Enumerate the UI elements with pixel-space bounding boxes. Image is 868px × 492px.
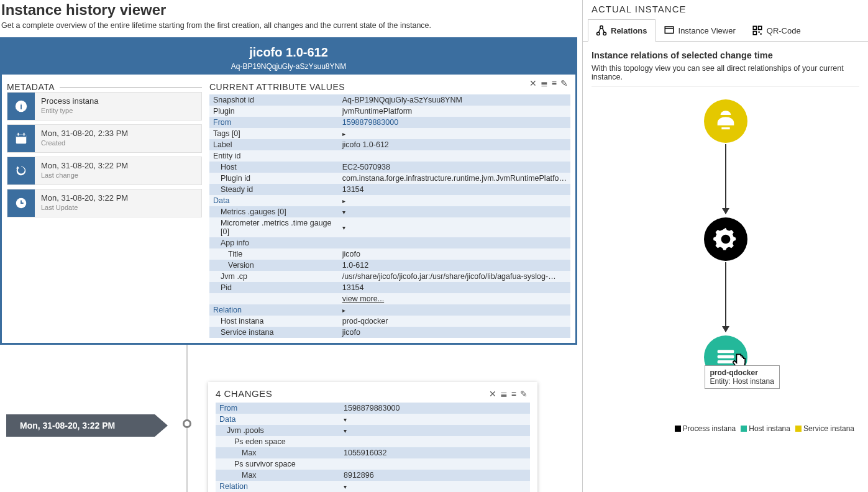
table-row: Max8912896: [216, 470, 530, 481]
tab-qr-label: QR-Code: [767, 26, 801, 35]
tab-qr[interactable]: QR-Code: [744, 19, 809, 41]
tab-instance-viewer[interactable]: Instance Viewer: [656, 19, 744, 41]
tabs: Relations Instance Viewer QR-Code: [583, 19, 868, 42]
table-row: PluginjvmRuntimePlatform: [209, 106, 570, 117]
attr-key: Label: [209, 139, 339, 150]
attr-value: 13154: [339, 282, 570, 293]
list-icon[interactable]: ≣: [500, 389, 508, 399]
attr-value: ▸: [339, 195, 570, 206]
meta-line1: Mon, 31-08-20, 3:22 PM: [41, 193, 128, 203]
list2-icon[interactable]: ≡: [511, 389, 516, 399]
attr-value: 1.0-612: [339, 260, 570, 271]
attr-key: [209, 293, 339, 304]
svg-rect-13: [753, 32, 756, 35]
svg-rect-12: [758, 26, 761, 29]
table-row: HostEC2-5070938: [209, 162, 570, 173]
tab-relations[interactable]: Relations: [588, 19, 656, 42]
attr-value: ▾: [339, 217, 570, 237]
tab-relations-label: Relations: [611, 26, 647, 35]
tab-viewer-label: Instance Viewer: [678, 26, 736, 35]
shuffle-icon[interactable]: ✕: [529, 78, 537, 88]
attr-value: 1055916032: [340, 447, 530, 458]
meta-line2: Last Update: [41, 204, 128, 211]
attr-value: 1598879883000: [339, 117, 570, 128]
attr-value: jvmRuntimePlatform: [339, 106, 570, 117]
table-row: Jvm .cp/usr/share/jicofo/jicofo.jar:/usr…: [209, 271, 570, 282]
attr-value[interactable]: view more...: [339, 293, 570, 304]
node-service[interactable]: [704, 99, 747, 143]
svg-rect-4: [18, 133, 19, 136]
meta-line2: Created: [41, 139, 128, 147]
changes-title: 4 CHANGES: [216, 388, 272, 399]
attr-value: Aq-BP19NQqjuGly-aSzYsuu8YNM: [339, 94, 570, 106]
list2-icon[interactable]: ≡: [552, 78, 557, 88]
attr-value: 1598879883000: [340, 403, 530, 414]
table-row: Ps eden space: [216, 436, 530, 447]
metadata-row[interactable]: Mon, 31-08-20, 2:33 PMCreated: [7, 124, 202, 153]
timeline-dot: [183, 419, 191, 428]
changes-table: From1598879883000Data▾Jvm .pools▾Ps eden…: [216, 403, 530, 492]
attr-key: Micrometer .metrics .time gauge [0]: [209, 217, 339, 237]
table-row: Data▸: [209, 195, 570, 206]
attr-key: Title: [209, 248, 339, 260]
metadata-row[interactable]: Mon, 31-08-20, 3:22 PMLast change: [7, 157, 202, 185]
table-row: Labeljicofo 1.0-612: [209, 139, 570, 150]
attr-value: jicofo 1.0-612: [339, 139, 570, 150]
attr-key: Version: [209, 260, 339, 271]
meta-line2: Last change: [41, 171, 128, 179]
edit-icon[interactable]: ✎: [520, 389, 528, 399]
shuffle-icon[interactable]: ✕: [489, 389, 496, 399]
svg-rect-15: [760, 34, 761, 35]
attr-key: Data: [209, 195, 339, 206]
attr-key: Relation: [209, 304, 339, 316]
edit-icon[interactable]: ✎: [560, 78, 568, 88]
table-row: Micrometer .metrics .time gauge [0]▾: [209, 217, 570, 237]
attr-key: Plugin id: [209, 173, 339, 184]
metadata-legend: METADATA: [7, 82, 60, 92]
attr-value: prod-qdocker: [339, 316, 570, 327]
relations-subtitle: Instance relations of selected change ti…: [583, 42, 868, 64]
attr-key: Jvm .pools: [216, 425, 340, 436]
attr-key: From: [209, 117, 339, 128]
table-row: Titlejicofo: [209, 248, 570, 260]
card-header: jicofo 1.0-612 Aq-BP19NQqjuGly-aSzYsuu8Y…: [2, 39, 575, 75]
attr-value: [340, 436, 530, 447]
table-row: Service instanajicofo: [209, 327, 570, 338]
relations-description: With this topology view you can see all …: [583, 64, 868, 86]
attr-key: Max: [216, 470, 340, 481]
attr-value: ▸: [339, 128, 570, 139]
svg-rect-11: [753, 26, 756, 29]
node-process[interactable]: [704, 217, 747, 261]
table-row: Max1055916032: [216, 447, 530, 458]
attr-key: Ps eden space: [216, 436, 340, 447]
attr-key: Tags [0]: [209, 128, 339, 139]
attr-value: EC2-5070938: [339, 162, 570, 173]
instance-card: jicofo 1.0-612 Aq-BP19NQqjuGly-aSzYsuu8Y…: [0, 37, 577, 345]
svg-rect-14: [758, 32, 759, 33]
table-row: Relation▸: [209, 304, 570, 316]
svg-point-8: [603, 32, 606, 35]
attr-value: com.instana.forge.infrastructure.runtime…: [339, 173, 570, 184]
attrs-legend: CURRENT ATTRIBUTE VALUES: [209, 82, 345, 92]
qr-icon: [752, 25, 763, 36]
table-row: Snapshot idAq-BP19NQqjuGly-aSzYsuu8YNM: [209, 94, 570, 106]
attr-key: From: [216, 403, 340, 414]
list-icon[interactable]: ≣: [541, 78, 548, 88]
metadata-row[interactable]: iProcess instanaEntity type: [7, 92, 202, 121]
topology-legend: Process instana Host instana Service ins…: [675, 424, 854, 433]
table-row: Ps survivor space: [216, 458, 530, 470]
attr-key: Entity id: [209, 150, 339, 162]
svg-point-7: [597, 32, 600, 35]
attr-key: Steady id: [209, 184, 339, 195]
attr-key: Snapshot id: [209, 94, 339, 106]
relations-icon: [596, 25, 607, 36]
changes-card: 4 CHANGES ✕ ≣ ≡ ✎ From1598879883000Data▾…: [208, 382, 537, 492]
table-row: Tags [0]▸: [209, 128, 570, 139]
attr-key: Plugin: [209, 106, 339, 117]
table-row: Data▾: [216, 414, 530, 425]
svg-text:i: i: [20, 102, 22, 111]
meta-line1: Process instana: [41, 96, 99, 106]
attr-key: Host: [209, 162, 339, 173]
attr-value: /usr/share/jicofo/jicofo.jar:/usr/share/…: [339, 271, 570, 282]
metadata-row[interactable]: Mon, 31-08-20, 3:22 PMLast Update: [7, 189, 202, 217]
